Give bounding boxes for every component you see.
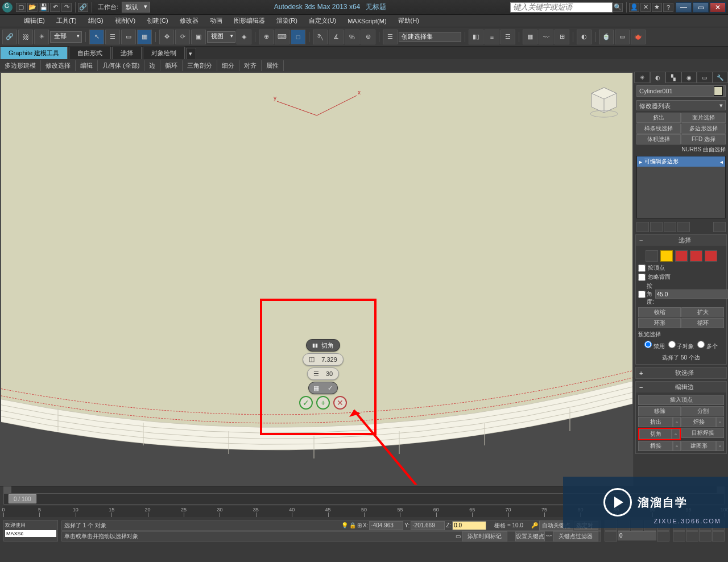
save-icon[interactable]: 💾 bbox=[39, 3, 49, 12]
current-frame-input[interactable] bbox=[618, 531, 656, 540]
modbtn-ffdsel[interactable]: FFD 选择 bbox=[681, 134, 726, 144]
preview-multi-radio[interactable]: 多个 bbox=[697, 341, 718, 350]
caddy-segments-field[interactable]: ☰30 bbox=[307, 367, 339, 380]
select-by-name-icon[interactable]: ☰ bbox=[105, 30, 120, 44]
transform-type-icon[interactable]: ⊞ bbox=[357, 522, 362, 528]
time-slider[interactable]: 0 / 100 bbox=[9, 494, 36, 503]
exchange-icon[interactable]: ✕ bbox=[640, 3, 651, 12]
undo-icon[interactable]: ↶ bbox=[50, 3, 60, 12]
rollout-softselection-header[interactable]: 软选择 bbox=[636, 367, 726, 378]
ribbon-tris[interactable]: 三角剖分 bbox=[183, 60, 217, 71]
ribbon-modsel[interactable]: 修改选择 bbox=[41, 60, 76, 71]
lock-icon[interactable]: 💡 bbox=[341, 522, 348, 528]
ribbon-props[interactable]: 属性 bbox=[262, 60, 284, 71]
ribbon-geomall[interactable]: 几何体 (全部) bbox=[98, 60, 144, 71]
add-time-tag-button[interactable]: 添加时间标记 bbox=[462, 531, 507, 542]
help-icon[interactable]: ? bbox=[663, 3, 673, 12]
spinner-snap-icon[interactable]: ⊚ bbox=[361, 30, 375, 44]
key-icon[interactable]: 🔑 bbox=[531, 522, 538, 528]
percent-snap-icon[interactable]: % bbox=[345, 30, 359, 44]
rendered-frame-icon[interactable]: ▭ bbox=[615, 30, 630, 44]
modbtn-extrude[interactable]: 挤出 bbox=[636, 113, 681, 123]
menu-views[interactable]: 视图(V) bbox=[109, 15, 142, 26]
key-mode-icon[interactable] bbox=[605, 531, 617, 542]
caddy-apply-button[interactable]: + bbox=[316, 396, 330, 410]
viewport-perspective[interactable]: y x z x y bbox=[1, 73, 632, 485]
by-vertex-checkbox[interactable] bbox=[638, 265, 646, 272]
workspace-dropdown[interactable]: 默认 bbox=[122, 2, 150, 13]
grow-button[interactable]: 扩大 bbox=[681, 307, 724, 317]
remove-button[interactable]: 移除 bbox=[638, 406, 681, 416]
ring-button[interactable]: 环形 bbox=[638, 318, 681, 328]
link-icon[interactable]: 🔗 bbox=[78, 3, 88, 12]
align-icon[interactable]: ≡ bbox=[485, 30, 499, 44]
search-icon[interactable]: 🔍 bbox=[613, 3, 623, 12]
infocenter-search[interactable] bbox=[510, 2, 613, 13]
selection-filter-dropdown[interactable]: 全部 bbox=[50, 31, 82, 43]
rollout-selection-header[interactable]: 选择 bbox=[636, 235, 726, 246]
keyfilter-button[interactable]: 关键点过滤器 bbox=[553, 531, 598, 542]
stack-item-editable-poly[interactable]: ▸ 可编辑多边形 ◂ bbox=[637, 156, 725, 167]
coord-x-input[interactable] bbox=[369, 521, 403, 530]
menu-edit[interactable]: 编辑(E) bbox=[18, 15, 51, 26]
by-angle-checkbox[interactable] bbox=[638, 291, 646, 298]
expand-icon[interactable]: ▸ bbox=[639, 159, 642, 165]
zoom-region-icon[interactable] bbox=[712, 531, 725, 542]
open-icon[interactable]: 📂 bbox=[27, 3, 38, 12]
ribbon-align[interactable]: 对齐 bbox=[239, 60, 262, 71]
keyboard-shortcut-icon[interactable]: ⌨ bbox=[275, 30, 289, 44]
caddy-amount-field[interactable]: ◫7.329 bbox=[303, 353, 344, 366]
layer-manager-icon[interactable]: ☲ bbox=[500, 30, 515, 44]
weld-settings-button[interactable]: ▫ bbox=[716, 417, 724, 427]
menu-tools[interactable]: 工具(T) bbox=[51, 15, 82, 26]
pin-stack-icon[interactable] bbox=[636, 222, 649, 232]
keymode-icon[interactable]: 〰 bbox=[546, 533, 552, 539]
coord-y-input[interactable] bbox=[411, 521, 445, 530]
subobj-border[interactable] bbox=[675, 250, 688, 262]
bridge-settings-button[interactable]: ▫ bbox=[673, 441, 681, 451]
modbtn-polysel[interactable]: 多边形选择 bbox=[681, 123, 726, 134]
mirror-icon[interactable]: ▮▯ bbox=[469, 30, 483, 44]
graphite-toggle-icon[interactable]: ▦ bbox=[523, 30, 537, 44]
coord-z-input[interactable] bbox=[452, 521, 486, 530]
menu-grapheditors[interactable]: 图形编辑器 bbox=[228, 15, 271, 26]
ribbon-edges[interactable]: 边 bbox=[144, 60, 160, 71]
isolate-icon[interactable]: ▭ bbox=[456, 533, 461, 539]
use-pivot-center-icon[interactable]: ◈ bbox=[237, 30, 251, 44]
ribbon-loops[interactable]: 循环 bbox=[160, 60, 183, 71]
shrink-button[interactable]: 收缩 bbox=[638, 307, 681, 317]
preview-off-radio[interactable]: 禁用 bbox=[644, 341, 665, 350]
app-icon[interactable] bbox=[2, 2, 13, 13]
configure-sets-icon[interactable] bbox=[713, 222, 726, 232]
show-end-result-icon[interactable] bbox=[650, 222, 663, 232]
redo-icon[interactable]: ↷ bbox=[61, 3, 72, 12]
caddy-ok-button[interactable]: ✓ bbox=[299, 396, 313, 410]
rotate-icon[interactable]: ⟳ bbox=[175, 30, 190, 44]
snap-toggle-icon[interactable]: □ bbox=[291, 30, 305, 44]
window-crossing-icon[interactable]: ▦ bbox=[137, 30, 152, 44]
modbtn-splinesel[interactable]: 样条线选择 bbox=[636, 123, 681, 134]
named-selection-set-input[interactable]: 创建选择集 bbox=[399, 32, 461, 42]
schematic-view-icon[interactable]: ⊞ bbox=[555, 30, 569, 44]
menu-create[interactable]: 创建(C) bbox=[141, 15, 173, 26]
setkey-button[interactable]: 设置关键点 bbox=[515, 531, 545, 542]
unlink-tool-icon[interactable]: ⛓ bbox=[18, 30, 33, 44]
scale-icon[interactable]: ▣ bbox=[191, 30, 206, 44]
select-object-icon[interactable]: ↖ bbox=[89, 30, 104, 44]
object-color-swatch[interactable] bbox=[714, 86, 723, 96]
render-icon[interactable]: 🫖 bbox=[631, 30, 646, 44]
subobj-polygon[interactable] bbox=[690, 250, 702, 262]
ribbon-expand-icon[interactable]: ▾ bbox=[186, 48, 196, 59]
remove-modifier-icon[interactable] bbox=[677, 222, 690, 232]
menu-group[interactable]: 组(G) bbox=[82, 15, 109, 26]
target-weld-button[interactable]: 目标焊接 bbox=[681, 428, 724, 438]
hscroll-left-icon[interactable] bbox=[3, 486, 11, 493]
ribbon-tab-selection[interactable]: 选择 bbox=[112, 47, 142, 59]
ribbon-subdiv[interactable]: 细分 bbox=[217, 60, 239, 71]
lock2-icon[interactable]: 🔒 bbox=[349, 522, 356, 528]
link-tool-icon[interactable]: 🔗 bbox=[2, 30, 17, 44]
angle-snap-icon[interactable]: ∡ bbox=[329, 30, 344, 44]
move-icon[interactable]: ✥ bbox=[159, 30, 174, 44]
menu-help[interactable]: 帮助(H) bbox=[392, 15, 425, 26]
edit-named-sel-icon[interactable]: ☰ bbox=[383, 30, 398, 44]
